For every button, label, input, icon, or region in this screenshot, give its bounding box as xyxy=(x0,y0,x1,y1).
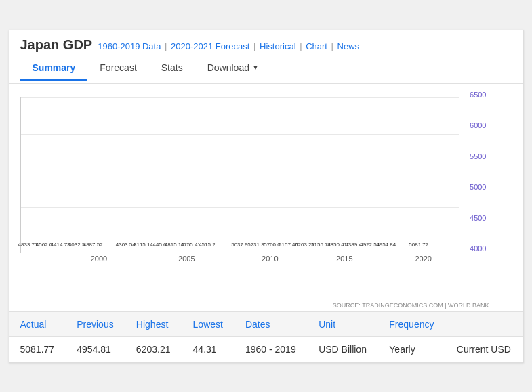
main-card: Japan GDP 1960-2019 Data | 2020-2021 For… xyxy=(9,30,524,363)
bars-area: 4833.714562.04414.733032.54887.524303.54… xyxy=(20,97,459,253)
chart-link[interactable]: Chart xyxy=(306,41,327,51)
bar-value-label: 4414.73 xyxy=(51,242,70,248)
breadcrumb: 1960-2019 Data | 2020-2021 Forecast | Hi… xyxy=(98,41,359,51)
sep1: | xyxy=(165,41,169,51)
tab-download[interactable]: Download ▼ xyxy=(195,57,271,81)
title-row: Japan GDP 1960-2019 Data | 2020-2021 For… xyxy=(20,37,512,53)
tab-bar: Summary Forecast Stats Download ▼ xyxy=(20,57,512,81)
val-lowest: 44.31 xyxy=(182,336,234,362)
y-label-5500: 5500 xyxy=(470,152,486,160)
bar-value-label: 4833.71 xyxy=(18,242,38,248)
tab-stats[interactable]: Stats xyxy=(149,57,195,81)
bar-value-label: 4850.41 xyxy=(327,242,347,248)
sep2: | xyxy=(253,41,258,51)
x-tick-2020: 2020 xyxy=(415,255,431,263)
forecast-link[interactable]: 2020-2021 Forecast xyxy=(171,41,249,51)
bar-value-label: 4562.0 xyxy=(36,242,52,248)
tab-forecast[interactable]: Forecast xyxy=(87,57,148,81)
y-axis-right: 6500 6000 5500 5000 4500 4000 xyxy=(459,91,489,253)
bar-value-label: 5231.3 xyxy=(247,242,264,248)
col-highest: Highest xyxy=(125,311,182,336)
bar-value-label: 3032.5 xyxy=(68,242,85,248)
bar-value-label: 4389.4 xyxy=(345,242,361,248)
stats-table: Actual Previous Highest Lowest Dates Uni… xyxy=(9,311,523,362)
col-actual: Actual xyxy=(9,311,66,336)
x-axis: 2000 2005 2010 2015 2020 xyxy=(20,255,459,274)
val-actual: 5081.77 xyxy=(9,336,66,362)
y-label-6500: 6500 xyxy=(470,91,486,99)
page-title: Japan GDP xyxy=(20,37,93,53)
val-previous: 4954.81 xyxy=(66,336,125,362)
sep4: | xyxy=(331,41,336,51)
historical-link[interactable]: Historical xyxy=(260,41,295,51)
bar-value-label: 4515.2 xyxy=(199,242,215,248)
col-extra xyxy=(446,311,523,336)
y-label-5000: 5000 xyxy=(470,183,486,191)
bar-value-label: 4954.84 xyxy=(376,242,396,248)
bar-value-label: 4303.54 xyxy=(116,242,136,248)
bar-value-label: 4887.52 xyxy=(83,242,103,248)
bar-value-label: 5037.9 xyxy=(231,242,247,248)
col-previous: Previous xyxy=(66,311,125,336)
x-tick-2010: 2010 xyxy=(262,255,278,263)
val-frequency: Yearly xyxy=(378,336,445,362)
col-dates: Dates xyxy=(234,311,308,336)
card-header: Japan GDP 1960-2019 Data | 2020-2021 For… xyxy=(9,30,523,84)
source-label: SOURCE: TRADINGECONOMICS.COM | WORLD BAN… xyxy=(9,301,523,311)
data-link[interactable]: 1960-2019 Data xyxy=(98,41,161,51)
col-frequency: Frequency xyxy=(378,311,445,336)
stats-header-row: Actual Previous Highest Lowest Dates Uni… xyxy=(9,311,523,336)
bar-value-label: 3115.1 xyxy=(134,242,150,248)
val-dates: 1960 - 2019 xyxy=(234,336,308,362)
x-tick-2005: 2005 xyxy=(178,255,195,263)
val-highest: 6203.21 xyxy=(125,336,182,362)
source-text: SOURCE: TRADINGECONOMICS.COM | WORLD BAN… xyxy=(333,302,489,309)
tab-summary[interactable]: Summary xyxy=(20,57,88,81)
x-tick-2000: 2000 xyxy=(91,255,107,263)
y-label-4000: 4000 xyxy=(470,244,486,253)
dropdown-arrow-icon: ▼ xyxy=(252,64,259,71)
bar-value-label: 5081.77 xyxy=(409,242,428,248)
stats-data-row: 5081.77 4954.81 6203.21 44.31 1960 - 201… xyxy=(9,336,523,362)
val-unit: USD Billion xyxy=(308,336,378,362)
chart-container: 4833.714562.04414.733032.54887.524303.54… xyxy=(20,91,489,274)
x-tick-2015: 2015 xyxy=(336,255,352,263)
chart-area: 4833.714562.04414.733032.54887.524303.54… xyxy=(9,84,523,301)
y-label-4500: 4500 xyxy=(470,214,486,222)
bar-value-label: 4445.6 xyxy=(150,242,166,248)
val-extra: Current USD xyxy=(446,336,523,362)
bar-value-label: 5700.0 xyxy=(264,242,280,248)
news-link[interactable]: News xyxy=(337,41,360,51)
col-unit: Unit xyxy=(308,311,378,336)
bar-value-label: 4755.41 xyxy=(181,242,201,248)
sep3: | xyxy=(300,41,304,51)
col-lowest: Lowest xyxy=(182,311,234,336)
download-label: Download xyxy=(207,62,249,73)
y-label-6000: 6000 xyxy=(470,121,486,129)
